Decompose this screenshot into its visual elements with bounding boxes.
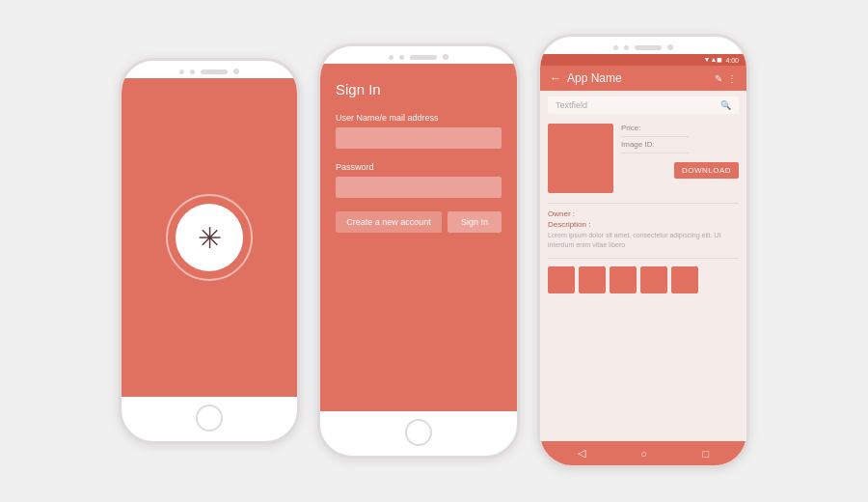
image-id-label: Image ID: [621,140,739,149]
signin-screen: Sign In User Name/e mail address Passwor… [320,64,517,411]
app-header: ← App Name ✎ ⋮ [540,66,746,91]
search-placeholder: Textfield [556,100,587,110]
speaker-dot-4 [399,55,404,60]
phone-top-1 [122,61,297,78]
speaker-dot-2 [190,70,195,74]
camera-dot-3 [667,44,673,50]
speaker-bar-2 [410,55,437,60]
phone-splash: ✳ [119,58,300,444]
bottom-nav-bar: ◁ ○ □ [540,441,746,465]
phone-bottom-1 [122,397,297,441]
status-icons: ▼▲◼ [704,56,723,64]
more-icon[interactable]: ⋮ [727,73,737,84]
phone-detail: ▼▲◼ 4:00 ← App Name ✎ ⋮ Textfield 🔍 [537,34,749,468]
username-label: User Name/e mail address [336,113,502,123]
detail-text-section: Owner : Description : Lorem ipsum dolor … [540,206,746,254]
password-label: Password [336,162,502,172]
back-icon[interactable]: ← [550,71,561,85]
search-icon: 🔍 [720,100,731,110]
header-action-icons: ✎ ⋮ [715,73,737,84]
download-button[interactable]: DOWNLOAD [674,162,739,179]
camera-dot-1 [233,69,239,74]
signin-buttons: Create a new account Sign In [336,211,502,233]
status-bar: ▼▲◼ 4:00 [540,54,746,66]
nav-home-icon[interactable]: ○ [640,448,647,460]
divider-1 [548,203,739,204]
nav-back-icon[interactable]: ◁ [578,447,585,460]
owner-label: Owner : [548,209,739,218]
thumbnails [540,263,746,297]
speaker-bar-3 [635,45,662,50]
phone-signin: Sign In User Name/e mail address Passwor… [317,43,520,459]
speaker-dot-3 [389,55,393,60]
detail-content: Price: Image ID: DOWNLOAD [540,120,746,197]
home-button-1[interactable] [196,404,223,432]
signin-title: Sign In [336,81,502,98]
image-id-line [621,153,689,153]
thumbnail-1 [548,266,575,293]
speaker-dot-1 [179,70,184,74]
description-text: Lorem ipsum dolor sit amet, consectetur … [548,231,739,250]
thumbnail-3 [610,266,637,293]
nav-recent-icon[interactable]: □ [703,448,710,460]
thumbnail-2 [579,266,606,293]
phones-container: ✳ Sign In User Name/e mail address Passw… [109,24,759,478]
password-input[interactable] [336,177,502,198]
detail-info: Price: Image ID: DOWNLOAD [621,124,739,193]
description-label: Description : [548,220,739,229]
thumbnail-5 [671,266,698,293]
username-input[interactable] [336,127,502,149]
speaker-bar-1 [201,70,228,74]
divider-2 [548,258,739,259]
sign-in-button[interactable]: Sign In [448,211,502,233]
outer-circle: ✳ [166,194,253,281]
splash-screen: ✳ [122,78,297,397]
phone-bottom-2 [320,411,517,456]
thumbnail-4 [640,266,667,293]
splash-content: ✳ [122,78,297,397]
home-button-2[interactable] [405,419,432,446]
inner-circle: ✳ [176,204,243,271]
edit-icon[interactable]: ✎ [715,73,722,84]
product-image [548,124,613,193]
speaker-dot-5 [613,45,618,50]
app-title: App Name [567,71,709,85]
status-time: 4:00 [725,57,739,64]
search-bar[interactable]: Textfield 🔍 [548,97,739,114]
camera-dot-2 [443,54,448,60]
phone-top-3 [540,37,746,54]
speaker-dot-6 [624,45,629,50]
price-line [621,136,689,137]
phone-top-2 [320,46,517,64]
price-label: Price: [621,124,739,132]
sun-icon: ✳ [198,221,222,255]
create-account-button[interactable]: Create a new account [336,211,442,233]
detail-screen: ▼▲◼ 4:00 ← App Name ✎ ⋮ Textfield 🔍 [540,54,746,465]
